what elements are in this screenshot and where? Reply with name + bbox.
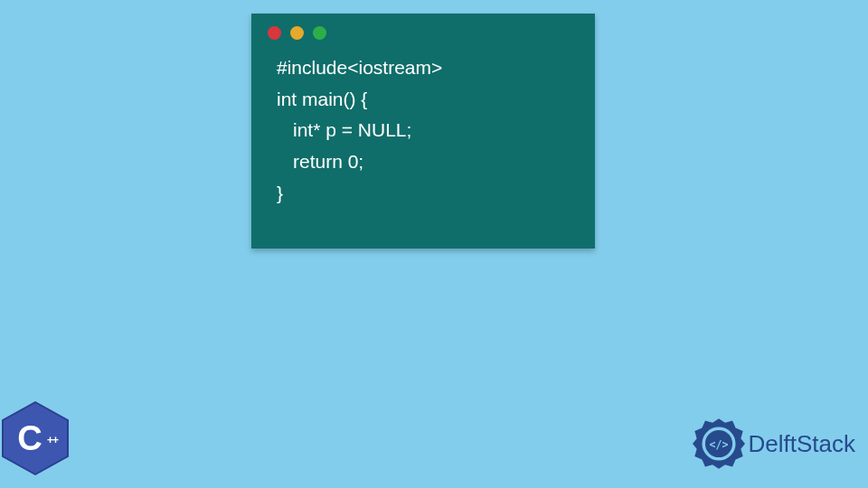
code-line-3: int* p = NULL; bbox=[277, 115, 570, 146]
code-line-4: return 0; bbox=[277, 146, 570, 178]
code-line-2: int main() { bbox=[277, 84, 570, 116]
close-icon[interactable] bbox=[268, 26, 281, 40]
code-line-1: #include<iostream> bbox=[277, 52, 570, 84]
delftstack-logo: </> DelftStack bbox=[693, 418, 856, 470]
cpp-plus-text: ++ bbox=[47, 434, 58, 446]
maximize-icon[interactable] bbox=[313, 26, 326, 40]
gear-icon: </> bbox=[693, 418, 745, 470]
code-glyph-icon: </> bbox=[709, 438, 728, 451]
code-window: #include<iostream> int main() { int* p =… bbox=[251, 14, 595, 249]
cpp-hexagon-icon: C ++ bbox=[2, 401, 69, 475]
minimize-icon[interactable] bbox=[290, 26, 304, 40]
cpp-letter: C bbox=[17, 419, 42, 458]
delftstack-brand-text: DelftStack bbox=[749, 430, 856, 458]
cpp-hexagon-inner: C ++ bbox=[4, 403, 67, 474]
code-body: #include<iostream> int main() { int* p =… bbox=[251, 49, 595, 227]
traffic-lights bbox=[251, 14, 595, 49]
cpp-logo: C ++ bbox=[2, 401, 69, 475]
code-line-5: } bbox=[277, 178, 570, 210]
